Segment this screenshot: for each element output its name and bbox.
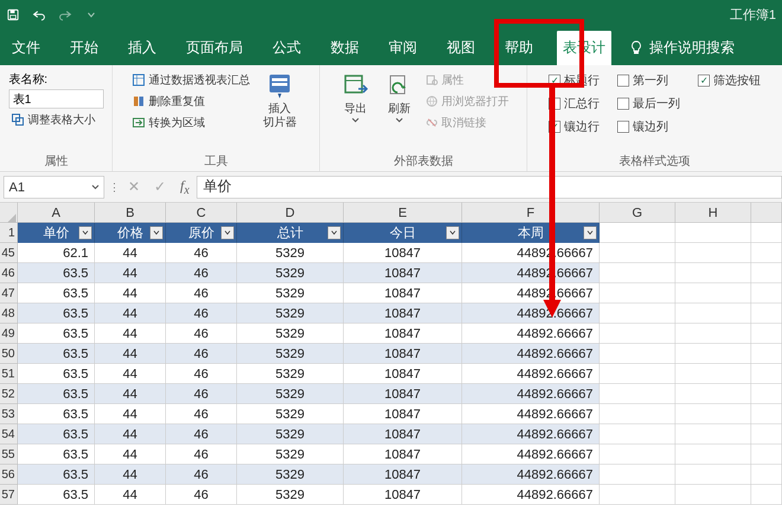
undo-icon[interactable] (32, 8, 46, 22)
cell[interactable]: 63.5 (18, 364, 95, 384)
row-header[interactable]: 54 (0, 424, 18, 444)
cell[interactable]: 46 (166, 323, 237, 344)
cell[interactable] (600, 424, 675, 444)
cell[interactable]: 63.5 (18, 404, 95, 424)
cell[interactable]: 10847 (344, 444, 462, 464)
col-header-C[interactable]: C (166, 203, 237, 223)
cell[interactable] (751, 364, 782, 384)
cell[interactable]: 10847 (344, 243, 462, 263)
filter-dropdown-icon[interactable] (446, 226, 459, 239)
select-all-corner[interactable] (0, 203, 18, 223)
tab-data[interactable]: 数据 (325, 31, 365, 65)
check-last-col[interactable]: 最后一列 (617, 94, 680, 113)
row-header[interactable]: 45 (0, 243, 18, 263)
cell[interactable]: 5329 (237, 364, 344, 384)
table-header-B[interactable]: 价格 (95, 223, 166, 243)
tell-me-search[interactable]: 操作说明搜索 (629, 38, 735, 65)
cell[interactable] (675, 283, 751, 303)
cell[interactable]: 44892.66667 (462, 344, 600, 364)
col-header-F[interactable]: F (462, 203, 600, 223)
cell[interactable]: 44892.66667 (462, 444, 600, 464)
cell[interactable]: 44 (95, 424, 166, 444)
col-header-I[interactable] (751, 203, 782, 223)
cell[interactable] (675, 364, 751, 384)
cell[interactable] (600, 344, 675, 364)
cell[interactable]: 10847 (344, 364, 462, 384)
insert-slicer-button[interactable]: 插入 切片器 (257, 69, 303, 133)
cell[interactable]: 10847 (344, 283, 462, 303)
cell[interactable]: 44 (95, 384, 166, 404)
remove-duplicates-button[interactable]: 删除重复值 (130, 92, 252, 110)
check-banded-cols[interactable]: 镶边列 (617, 117, 680, 136)
cell[interactable]: 5329 (237, 303, 344, 323)
check-total-row[interactable]: 汇总行 (549, 94, 600, 113)
col-header-G[interactable]: G (600, 203, 675, 223)
filter-dropdown-icon[interactable] (328, 226, 341, 239)
cell[interactable] (600, 444, 675, 464)
table-header-C[interactable]: 原价 (166, 223, 237, 243)
cell[interactable] (675, 303, 751, 323)
cell[interactable]: 63.5 (18, 283, 95, 303)
check-first-col[interactable]: 第一列 (617, 71, 680, 89)
cell[interactable]: 46 (166, 303, 237, 323)
row-header[interactable]: 55 (0, 444, 18, 464)
row-header[interactable]: 51 (0, 364, 18, 384)
cell[interactable]: 44 (95, 444, 166, 464)
col-header-E[interactable]: E (344, 203, 462, 223)
cell[interactable]: 46 (166, 283, 237, 303)
col-header-A[interactable]: A (18, 203, 95, 223)
cell[interactable] (675, 263, 751, 283)
cell[interactable]: 44 (95, 323, 166, 344)
cell[interactable]: 63.5 (18, 323, 95, 344)
cell[interactable]: 5329 (237, 404, 344, 424)
cell[interactable] (600, 404, 675, 424)
cell[interactable]: 10847 (344, 485, 462, 505)
cancel-formula-icon[interactable]: ✕ (128, 178, 140, 195)
cell[interactable] (675, 223, 751, 243)
cell[interactable] (600, 364, 675, 384)
table-header-E[interactable]: 今日 (344, 223, 462, 243)
cell[interactable]: 10847 (344, 323, 462, 344)
cell[interactable]: 10847 (344, 464, 462, 485)
cell[interactable]: 10847 (344, 404, 462, 424)
cell[interactable]: 44 (95, 243, 166, 263)
cell[interactable]: 10847 (344, 384, 462, 404)
tab-insert[interactable]: 插入 (122, 31, 162, 65)
filter-dropdown-icon[interactable] (79, 226, 92, 239)
check-banded-rows[interactable]: ✓镶边行 (549, 117, 600, 136)
tab-table-design[interactable]: 表设计 (557, 31, 611, 65)
cell[interactable] (751, 424, 782, 444)
cell[interactable]: 63.5 (18, 344, 95, 364)
tab-home[interactable]: 开始 (64, 31, 104, 65)
cell[interactable] (751, 384, 782, 404)
cell[interactable] (751, 344, 782, 364)
cell[interactable]: 63.5 (18, 485, 95, 505)
cell[interactable]: 5329 (237, 243, 344, 263)
tab-page-layout[interactable]: 页面布局 (180, 31, 249, 65)
export-button[interactable]: 导出 (336, 69, 375, 126)
cell[interactable]: 5329 (237, 323, 344, 344)
cell[interactable]: 63.5 (18, 424, 95, 444)
cell[interactable]: 63.5 (18, 384, 95, 404)
save-icon[interactable] (6, 8, 20, 22)
cell[interactable]: 46 (166, 364, 237, 384)
cell[interactable]: 46 (166, 384, 237, 404)
cell[interactable] (600, 223, 675, 243)
cell[interactable]: 44 (95, 404, 166, 424)
filter-dropdown-icon[interactable] (221, 226, 234, 239)
cell[interactable]: 44 (95, 263, 166, 283)
cell[interactable]: 44892.66667 (462, 303, 600, 323)
cell[interactable] (751, 303, 782, 323)
spreadsheet-grid[interactable]: A B C D E F G H 1 单价 价格 原价 总计 今日 本周 4562… (0, 203, 782, 505)
cell[interactable]: 44 (95, 464, 166, 485)
cell[interactable]: 44892.66667 (462, 283, 600, 303)
cell[interactable]: 10847 (344, 424, 462, 444)
cell[interactable]: 44 (95, 303, 166, 323)
row-header[interactable]: 49 (0, 323, 18, 344)
row-header[interactable]: 53 (0, 404, 18, 424)
redo-icon[interactable] (58, 8, 72, 22)
cell[interactable] (675, 323, 751, 344)
cell[interactable] (751, 323, 782, 344)
table-name-input[interactable] (9, 89, 104, 108)
pivot-summary-button[interactable]: 通过数据透视表汇总 (130, 71, 252, 89)
